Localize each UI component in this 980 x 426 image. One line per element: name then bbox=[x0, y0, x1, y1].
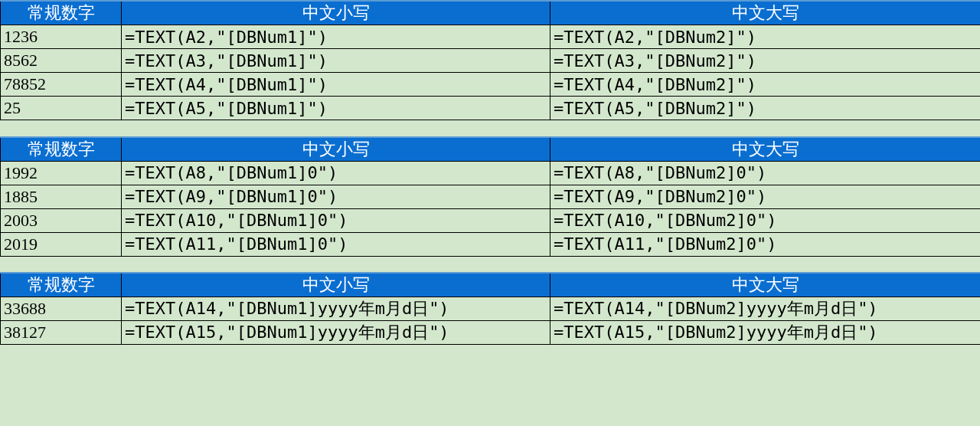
cell-lower[interactable]: =TEXT(A10,"[DBNum1]0") bbox=[122, 208, 550, 232]
cell-lower[interactable]: =TEXT(A4,"[DBNum1]") bbox=[122, 73, 550, 97]
table-row: 2003 =TEXT(A10,"[DBNum1]0") =TEXT(A10,"[… bbox=[1, 208, 981, 232]
header-upper: 中文大写 bbox=[550, 1, 981, 25]
spreadsheet-table: 常规数字 中文小写 中文大写 1236 =TEXT(A2,"[DBNum1]")… bbox=[0, 0, 980, 345]
spacer-row bbox=[1, 256, 981, 273]
cell-lower[interactable]: =TEXT(A9,"[DBNum1]0") bbox=[122, 185, 550, 208]
table-row: 2019 =TEXT(A11,"[DBNum1]0") =TEXT(A11,"[… bbox=[1, 232, 981, 256]
cell-number[interactable]: 2019 bbox=[1, 232, 122, 256]
cell-number[interactable]: 78852 bbox=[1, 73, 122, 97]
cell-upper[interactable]: =TEXT(A2,"[DBNum2]") bbox=[550, 25, 981, 49]
table-row: 78852 =TEXT(A4,"[DBNum1]") =TEXT(A4,"[DB… bbox=[1, 73, 981, 97]
table-row: 8562 =TEXT(A3,"[DBNum1]") =TEXT(A3,"[DBN… bbox=[1, 49, 981, 73]
cell-upper[interactable]: =TEXT(A14,"[DBNum2]yyyy年m月d日") bbox=[550, 297, 981, 321]
header-number: 常规数字 bbox=[1, 1, 122, 25]
cell-upper[interactable]: =TEXT(A5,"[DBNum2]") bbox=[550, 97, 981, 120]
cell-lower[interactable]: =TEXT(A3,"[DBNum1]") bbox=[122, 49, 550, 73]
header-row: 常规数字 中文小写 中文大写 bbox=[1, 273, 981, 297]
cell-lower[interactable]: =TEXT(A15,"[DBNum1]yyyy年m月d日") bbox=[122, 321, 550, 345]
cell-number[interactable]: 1236 bbox=[1, 25, 122, 49]
header-lower: 中文小写 bbox=[122, 137, 550, 162]
cell-number[interactable]: 8562 bbox=[1, 49, 122, 73]
cell-number[interactable]: 25 bbox=[1, 97, 122, 120]
table-row: 33688 =TEXT(A14,"[DBNum1]yyyy年m月d日") =TE… bbox=[1, 297, 981, 321]
cell-number[interactable]: 2003 bbox=[1, 208, 122, 232]
table-row: 1236 =TEXT(A2,"[DBNum1]") =TEXT(A2,"[DBN… bbox=[1, 25, 981, 49]
cell-upper[interactable]: =TEXT(A3,"[DBNum2]") bbox=[550, 49, 981, 73]
cell-lower[interactable]: =TEXT(A8,"[DBNum1]0") bbox=[122, 161, 550, 185]
header-lower: 中文小写 bbox=[122, 273, 550, 297]
table-row: 38127 =TEXT(A15,"[DBNum1]yyyy年m月d日") =TE… bbox=[1, 321, 981, 345]
cell-lower[interactable]: =TEXT(A14,"[DBNum1]yyyy年m月d日") bbox=[122, 297, 550, 321]
header-row: 常规数字 中文小写 中文大写 bbox=[1, 137, 981, 162]
cell-lower[interactable]: =TEXT(A11,"[DBNum1]0") bbox=[122, 232, 550, 256]
cell-upper[interactable]: =TEXT(A8,"[DBNum2]0") bbox=[550, 161, 981, 185]
cell-upper[interactable]: =TEXT(A10,"[DBNum2]0") bbox=[550, 208, 981, 232]
cell-number[interactable]: 1885 bbox=[1, 185, 122, 208]
header-lower: 中文小写 bbox=[122, 1, 550, 25]
table-row: 1992 =TEXT(A8,"[DBNum1]0") =TEXT(A8,"[DB… bbox=[1, 161, 981, 185]
cell-number[interactable]: 33688 bbox=[1, 297, 122, 321]
cell-lower[interactable]: =TEXT(A5,"[DBNum1]") bbox=[122, 97, 550, 120]
cell-upper[interactable]: =TEXT(A9,"[DBNum2]0") bbox=[550, 185, 981, 208]
header-upper: 中文大写 bbox=[550, 137, 981, 162]
spacer-row bbox=[1, 120, 981, 137]
cell-upper[interactable]: =TEXT(A15,"[DBNum2]yyyy年m月d日") bbox=[550, 321, 981, 345]
header-row: 常规数字 中文小写 中文大写 bbox=[1, 1, 981, 25]
cell-upper[interactable]: =TEXT(A11,"[DBNum2]0") bbox=[550, 232, 981, 256]
cell-number[interactable]: 38127 bbox=[1, 321, 122, 345]
header-number: 常规数字 bbox=[1, 273, 122, 297]
cell-lower[interactable]: =TEXT(A2,"[DBNum1]") bbox=[122, 25, 550, 49]
header-upper: 中文大写 bbox=[550, 273, 981, 297]
cell-upper[interactable]: =TEXT(A4,"[DBNum2]") bbox=[550, 73, 981, 97]
table-row: 25 =TEXT(A5,"[DBNum1]") =TEXT(A5,"[DBNum… bbox=[1, 97, 981, 120]
cell-number[interactable]: 1992 bbox=[1, 161, 122, 185]
header-number: 常规数字 bbox=[1, 137, 122, 162]
table-row: 1885 =TEXT(A9,"[DBNum1]0") =TEXT(A9,"[DB… bbox=[1, 185, 981, 208]
